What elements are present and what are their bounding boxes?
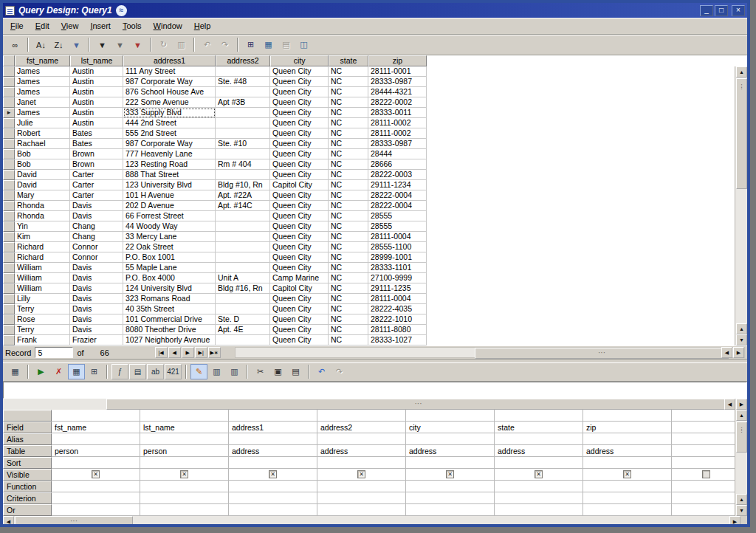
design-cell[interactable]	[229, 492, 317, 504]
cell[interactable]: Yin	[15, 221, 70, 232]
design-cell[interactable]	[229, 410, 317, 422]
cell[interactable]	[216, 252, 270, 263]
row-header[interactable]	[3, 232, 15, 242]
sort-ascending-icon[interactable]: A↓	[32, 37, 49, 52]
scrollbar-thumb[interactable]	[736, 422, 747, 453]
row-header[interactable]	[3, 263, 15, 273]
table-name-icon[interactable]: ▤	[129, 364, 146, 379]
previous-record-button[interactable]: ◀	[168, 347, 181, 358]
cell[interactable]: 29111-1235	[368, 283, 427, 294]
scroll-down-icon[interactable]	[736, 505, 747, 516]
cell[interactable]: 28333-1027	[368, 335, 427, 345]
design-cell[interactable]	[140, 492, 229, 504]
cell[interactable]: 28666	[368, 159, 427, 170]
design-cell[interactable]	[229, 481, 317, 492]
titlebar[interactable]: Query Design: Query1 ≈ _ □ ×	[3, 3, 747, 18]
record-number-input[interactable]	[35, 347, 73, 358]
cell[interactable]: Apt. #22A	[216, 190, 270, 201]
design-cell[interactable]	[583, 457, 672, 469]
cell[interactable]: James	[15, 77, 70, 87]
column-header-zip[interactable]: zip	[368, 55, 427, 66]
design-cell[interactable]	[229, 469, 317, 481]
row-header[interactable]	[3, 149, 15, 159]
cell[interactable]: 101 H Avenue	[123, 190, 216, 201]
menu-insert[interactable]: Insert	[84, 19, 117, 32]
design-cell[interactable]	[229, 433, 317, 445]
data-source-of-current-document-icon[interactable]: ◫	[295, 37, 312, 52]
edit-icon[interactable]: ✎	[190, 364, 207, 379]
design-cell[interactable]	[583, 433, 672, 445]
cell[interactable]: 28333-0011	[368, 108, 427, 118]
find-record-icon[interactable]: ∞	[7, 37, 24, 52]
cell[interactable]: NC	[329, 273, 368, 283]
cell[interactable]: 28222-0004	[368, 201, 427, 211]
copy-icon[interactable]: ▣	[269, 364, 286, 379]
cell[interactable]: 222 Some Avenue	[123, 97, 216, 108]
menu-edit[interactable]: Edit	[30, 19, 55, 32]
row-header[interactable]	[3, 294, 15, 304]
cell[interactable]: 123 Resting Road	[123, 159, 216, 170]
row-header[interactable]	[3, 139, 15, 149]
design-cell[interactable]	[406, 433, 495, 445]
table-pane-hscrollbar[interactable]	[3, 399, 747, 410]
cell[interactable]: Queen City	[270, 118, 329, 128]
design-cell[interactable]: address	[406, 445, 495, 457]
cell[interactable]: 987 Corporate Way	[123, 139, 216, 149]
visible-checkbox[interactable]	[269, 470, 277, 478]
cell[interactable]: 28999-1001	[368, 252, 427, 263]
cell[interactable]: NC	[329, 283, 368, 294]
apply-filter-icon[interactable]: ▼	[94, 37, 111, 52]
column-header-lst_name[interactable]: lst_name	[70, 55, 123, 66]
cell[interactable]: 28555	[368, 211, 427, 221]
record-hscrollbar[interactable]	[235, 347, 745, 358]
cell[interactable]: NC	[329, 201, 368, 211]
first-record-button[interactable]: |◀	[155, 347, 168, 358]
cell[interactable]: Rose	[15, 314, 70, 325]
cell[interactable]: William	[15, 273, 70, 283]
cell[interactable]: Austin	[70, 108, 123, 118]
design-cell[interactable]: person	[140, 445, 229, 457]
design-grid-hscrollbar[interactable]	[3, 516, 740, 527]
cell[interactable]: Queen City	[270, 190, 329, 201]
row-header[interactable]	[3, 190, 15, 201]
cell[interactable]: Queen City	[270, 201, 329, 211]
cell[interactable]: Connor	[70, 242, 123, 252]
cell[interactable]: 323 Romans Road	[123, 294, 216, 304]
design-cell[interactable]: address1	[229, 422, 317, 433]
design-cell[interactable]	[583, 504, 672, 516]
row-header[interactable]	[3, 242, 15, 252]
cell[interactable]: NC	[329, 97, 368, 108]
paste-icon[interactable]: ▤	[287, 364, 304, 379]
cell[interactable]: NC	[329, 335, 368, 345]
cell[interactable]: 28111-0002	[368, 128, 427, 139]
next-record-button[interactable]: ▶	[182, 347, 194, 358]
minimize-button[interactable]: _	[700, 5, 713, 16]
cell[interactable]: Richard	[15, 252, 70, 263]
cell[interactable]: 28111-0004	[368, 232, 427, 242]
cell[interactable]: 28111-8080	[368, 325, 427, 335]
cell[interactable]: 124 University Blvd	[123, 283, 216, 294]
cell[interactable]: 28444	[368, 149, 427, 159]
cell[interactable]: Queen City	[270, 325, 329, 335]
design-cell[interactable]	[583, 410, 672, 422]
visible-checkbox[interactable]	[180, 470, 188, 478]
cell[interactable]: Ste. #48	[216, 77, 270, 87]
cell[interactable]: Queen City	[270, 149, 329, 159]
menu-file[interactable]: File	[4, 19, 30, 32]
cell[interactable]: Queen City	[270, 221, 329, 232]
design-cell[interactable]	[52, 481, 140, 492]
cell[interactable]: 28222-1010	[368, 314, 427, 325]
cell[interactable]	[216, 221, 270, 232]
design-cell[interactable]	[672, 504, 740, 516]
remove-filter-sort-icon[interactable]: ▼	[129, 37, 146, 52]
cell[interactable]: Davis	[70, 325, 123, 335]
scroll-right-icon[interactable]	[729, 516, 740, 527]
design-cell[interactable]: zip	[583, 422, 672, 433]
cell[interactable]: Rhonda	[15, 201, 70, 211]
visible-checkbox[interactable]	[702, 470, 710, 478]
cell[interactable]: Chang	[70, 232, 123, 242]
cell[interactable]: NC	[329, 294, 368, 304]
column-header-address1[interactable]: address1	[123, 55, 216, 66]
cell[interactable]	[216, 170, 270, 180]
design-cell[interactable]	[583, 481, 672, 492]
